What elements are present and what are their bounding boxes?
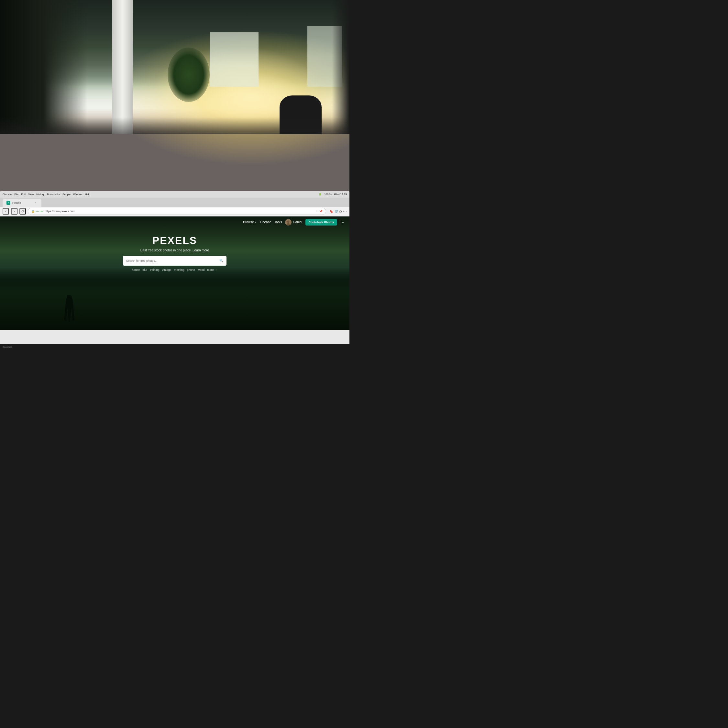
tab-title: Pexels (12, 201, 21, 205)
nav-more-button[interactable]: ··· (340, 220, 344, 225)
human-silhouette (63, 295, 76, 324)
pexels-nav-right: Browse ▼ License Tools Dani (243, 219, 344, 225)
pexels-hero-content: PEXELS Best free stock photos in one pla… (0, 235, 349, 271)
tag-more[interactable]: more → (207, 268, 217, 271)
pexels-tagline: Best free stock photos in one place. Lea… (141, 248, 209, 252)
status-text: Searches (3, 346, 12, 348)
nav-license[interactable]: License (260, 220, 271, 224)
person-body (63, 295, 76, 324)
tag-blur[interactable]: blur (142, 268, 147, 271)
menu-window-label[interactable]: Window (73, 193, 82, 196)
tag-vintage[interactable]: vintage (162, 268, 171, 271)
tag-phone[interactable]: phone (187, 268, 195, 271)
learn-more-link[interactable]: Learn more (193, 248, 209, 252)
svg-point-1 (287, 220, 290, 223)
battery-level: 100 % (324, 193, 332, 196)
menu-file-label[interactable]: File (14, 193, 18, 196)
tag-wood[interactable]: wood (198, 268, 205, 271)
search-input[interactable] (126, 259, 217, 262)
toolbar-extensions: 🔖 🛡️ ⬡ ⋯ (329, 209, 347, 214)
menu-history-label[interactable]: History (36, 193, 44, 196)
address-bar-icons: ☆ 📌 (315, 210, 323, 213)
bg-dark-right (332, 0, 349, 134)
tree-silhouette (0, 268, 349, 330)
contribute-photos-button[interactable]: Contribute Photos (306, 219, 338, 225)
back-button[interactable]: ‹ (3, 208, 9, 214)
tab-bar: P Pexels × (0, 198, 349, 207)
url-display[interactable]: https://www.pexels.com (44, 210, 75, 213)
clock: Wed 16:15 (334, 193, 347, 196)
pexels-hero: Browse ▼ License Tools Dani (0, 216, 349, 330)
search-tags: house blur training vintage meeting phon… (132, 268, 218, 271)
office-background (0, 0, 349, 217)
menu-help-label[interactable]: Help (85, 193, 90, 196)
browser-tab-pexels[interactable]: P Pexels × (3, 199, 41, 207)
battery-icon: 🔋 (318, 193, 322, 196)
browse-chevron-icon: ▼ (255, 221, 257, 223)
nav-browse[interactable]: Browse ▼ (243, 220, 257, 224)
macos-menubar: Chrome ‹ File Edit View History Bookmark… (0, 191, 349, 198)
reload-button[interactable]: ↻ (20, 208, 26, 214)
bg-window-1 (210, 32, 258, 86)
app-name: Chrome (3, 193, 12, 196)
avatar-image (285, 219, 292, 225)
tab-close-button[interactable]: × (34, 201, 38, 205)
bottom-bar: Searches (0, 344, 349, 349)
lock-icon: 🔒 (31, 210, 35, 213)
menu-view-label[interactable]: View (28, 193, 34, 196)
tag-training[interactable]: training (150, 268, 159, 271)
tag-house[interactable]: house (132, 268, 140, 271)
user-name: Daniel (293, 220, 302, 224)
extension-icon-3[interactable]: ⬡ (339, 210, 342, 213)
star-icon[interactable]: ☆ (315, 210, 318, 213)
extension-icon-2[interactable]: 🛡️ (334, 210, 338, 213)
bg-pillar (112, 0, 133, 134)
secure-badge: 🔒 Secure (31, 210, 43, 213)
more-extensions-button[interactable]: ⋯ (343, 209, 347, 214)
secure-label: Secure (35, 210, 43, 213)
tab-favicon: P (6, 201, 10, 205)
pexels-logo: PEXELS (152, 235, 197, 246)
tag-meeting[interactable]: meeting (174, 268, 184, 271)
pexels-nav: Browse ▼ License Tools Dani (0, 216, 349, 228)
nav-tools[interactable]: Tools (274, 220, 282, 224)
menu-edit-label[interactable]: Edit (21, 193, 26, 196)
pin-icon[interactable]: 📌 (320, 210, 323, 213)
menu-bookmarks-label[interactable]: Bookmarks (47, 193, 60, 196)
website-content: Browse ▼ License Tools Dani (0, 216, 349, 330)
menu-people-label[interactable]: People (63, 193, 70, 196)
user-avatar (285, 219, 292, 225)
address-bar[interactable]: 🔒 Secure https://www.pexels.com ☆ 📌 (28, 208, 326, 215)
bg-foliage (168, 47, 210, 102)
search-bar[interactable]: 🔍 (123, 256, 226, 266)
search-icon: 🔍 (219, 259, 223, 262)
extension-icon-1[interactable]: 🔖 (329, 210, 333, 213)
nav-user[interactable]: Daniel (285, 219, 302, 225)
macos-status-right: 🔋 100 % Wed 16:15 (318, 193, 347, 196)
bg-dark-left (0, 0, 87, 134)
browser-toolbar: ‹ › ↻ 🔒 Secure https://www.pexels.com ☆ … (0, 207, 349, 216)
bg-floor-dark (0, 117, 349, 135)
forward-button[interactable]: › (11, 208, 17, 214)
